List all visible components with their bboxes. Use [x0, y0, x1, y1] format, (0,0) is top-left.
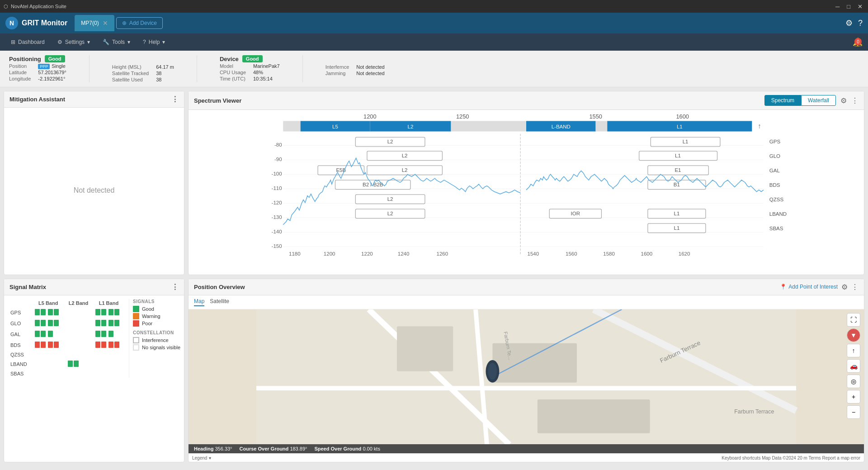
north-up-icon[interactable]: ↑	[847, 344, 860, 357]
title-bar-controls: ─ □ ✕	[834, 2, 864, 11]
app-icon: ⬡	[4, 4, 8, 9]
title-bar-left: ⬡ NovAtel Application Suite	[4, 4, 66, 9]
location-icon[interactable]: ◎	[847, 375, 860, 388]
settings-icon[interactable]: ⚙	[845, 18, 853, 28]
status-bar: Positioning Good Position PPPSingle Lati…	[0, 51, 868, 87]
positioning-title: Positioning Good	[9, 55, 66, 62]
warning-color-swatch	[133, 313, 139, 319]
nav-dashboard[interactable]: ⊞ Dashboard	[5, 36, 50, 48]
nav-settings[interactable]: ⚙ Settings ▾	[52, 36, 95, 48]
add-device-button[interactable]: ⊕ Add Device	[116, 17, 163, 29]
legend-good: Good	[133, 306, 180, 312]
person-icon[interactable]: 🚗	[847, 359, 860, 373]
interference-color-swatch	[133, 337, 139, 343]
table-row: GPS	[8, 307, 125, 318]
nav-right: 🔔 0	[853, 37, 863, 47]
expand-map-button[interactable]: ⛶	[847, 313, 860, 327]
row-label-glo: GLO	[8, 318, 32, 329]
col-l1: L1 Band	[92, 299, 125, 307]
restore-button[interactable]: □	[845, 2, 852, 11]
table-row: GLO	[8, 318, 125, 329]
position-settings-icon[interactable]: ⚙	[841, 283, 848, 291]
mitigation-header: Mitigation Assistant ⋮	[4, 91, 184, 108]
model-value: MarinePak7	[253, 63, 280, 69]
close-button[interactable]: ✕	[856, 2, 864, 11]
minimize-button[interactable]: ─	[834, 2, 841, 11]
notification-bell[interactable]: 🔔 0	[853, 37, 863, 47]
poor-color-swatch	[133, 320, 139, 327]
table-row: LBAND	[8, 359, 125, 370]
position-title: Position Overview	[194, 284, 245, 290]
svg-text:L1: L1	[674, 225, 679, 231]
map-navigate-icon[interactable]: ▼	[847, 328, 860, 342]
spectrum-settings-icon[interactable]: ⚙	[840, 96, 847, 105]
row-l2-bds	[65, 340, 92, 351]
notification-count: 0	[854, 38, 862, 45]
svg-text:-80: -80	[274, 142, 282, 147]
zoom-in-button[interactable]: +	[847, 390, 860, 404]
mitigation-status: Not detected	[9, 113, 179, 268]
help-nav-icon: ?	[143, 39, 146, 45]
svg-text:L2: L2	[402, 153, 408, 158]
divider-3	[302, 55, 303, 82]
settings-nav-icon: ⚙	[57, 39, 62, 45]
nav-dashboard-label: Dashboard	[18, 39, 45, 45]
svg-text:L1: L1	[675, 153, 681, 158]
tab-waterfall[interactable]: Waterfall	[801, 95, 836, 106]
legend-signals-title: SIGNALS	[133, 299, 180, 304]
tab-satellite[interactable]: Satellite	[210, 298, 229, 306]
legend-dropdown[interactable]: Legend ▾	[192, 456, 211, 461]
spectrum-more-icon[interactable]: ⋮	[851, 96, 859, 105]
signal-matrix-menu-icon[interactable]: ⋮	[171, 283, 179, 291]
map-svg: Farburn Terrace Farburn Te... Farburn Te…	[189, 309, 864, 445]
cpu-label: CPU Usage	[220, 70, 246, 75]
legend-interference-label: Interference	[142, 337, 169, 343]
mitigation-menu-icon[interactable]: ⋮	[171, 95, 179, 104]
heading-label: Heading 356.33°	[194, 446, 232, 451]
signal-table-container: L5 Band L2 Band L1 Band GPS	[8, 299, 125, 378]
row-l1-gal	[92, 329, 125, 340]
tab-mp7[interactable]: MP7(0) ✕	[75, 15, 114, 31]
add-poi-label: Add Point of Interest	[788, 284, 838, 290]
interference-label: Interfernce	[326, 64, 349, 70]
add-poi-button[interactable]: 📍 Add Point of Interest	[780, 284, 838, 290]
svg-text:1540: 1540	[528, 251, 539, 256]
mitigation-title: Mitigation Assistant	[9, 96, 65, 103]
legend-interference: Interference	[133, 337, 180, 343]
divider-2	[197, 55, 197, 82]
sat-tracked-value: 38	[156, 71, 174, 76]
main-content: Mitigation Assistant ⋮ Not detected Spec…	[0, 87, 868, 466]
nav-help[interactable]: ? Help ▾	[137, 36, 170, 48]
tab-close-icon[interactable]: ✕	[103, 19, 108, 27]
longitude-value: -2.1922961°	[38, 76, 66, 81]
mitigation-status-text: Not detected	[74, 186, 115, 195]
position-label: Position	[9, 63, 31, 69]
app-logo: N GRIT Monitor	[5, 17, 67, 29]
sog-value: 0.00 kts	[363, 446, 380, 451]
zoom-out-button[interactable]: −	[847, 405, 860, 419]
app-name: GRIT Monitor	[22, 19, 67, 27]
legend-no-signal-label: No signals visible	[142, 345, 180, 350]
row-l5-gps	[32, 307, 65, 318]
legend-poor: Poor	[133, 320, 180, 327]
nav-tools[interactable]: 🔧 Tools ▾	[97, 36, 136, 48]
svg-text:L2: L2	[408, 124, 414, 129]
row-label-gps: GPS	[8, 307, 32, 318]
svg-rect-84	[492, 343, 577, 382]
tab-spectrum[interactable]: Spectrum	[764, 95, 801, 106]
tab-map[interactable]: Map	[194, 298, 204, 306]
position-value: PPPSingle	[38, 63, 66, 69]
positioning-section: Positioning Good Position PPPSingle Lati…	[9, 55, 66, 82]
col-empty	[8, 299, 32, 307]
help-icon[interactable]: ?	[858, 19, 863, 28]
device-grid: Model MarinePak7 CPU Usage 48% Time (UTC…	[220, 63, 280, 81]
svg-text:-130: -130	[272, 214, 282, 220]
position-more-icon[interactable]: ⋮	[851, 283, 859, 291]
table-row: QZSS	[8, 351, 125, 359]
header-right: ⚙ ?	[845, 18, 863, 28]
tab-label: MP7(0)	[81, 20, 99, 26]
positioning-status-badge: Good	[45, 55, 65, 62]
height-label: Height (MSL)	[112, 64, 149, 70]
svg-text:L5: L5	[332, 124, 338, 129]
svg-text:-150: -150	[272, 243, 282, 249]
